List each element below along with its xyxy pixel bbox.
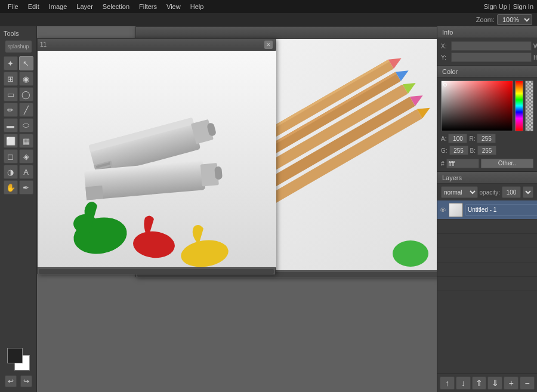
menu-right: Sign Up | Sign In — [484, 3, 533, 10]
ellipse-select-tool[interactable]: ◯ — [19, 87, 33, 101]
svg-point-18 — [393, 240, 428, 267]
layer-empty-2 — [437, 234, 537, 248]
tubes-scrollbar[interactable] — [38, 267, 275, 274]
tool-row-4: ✏ ╱ — [4, 103, 33, 117]
layer-name-input[interactable] — [465, 204, 537, 216]
eyedropper-tool[interactable]: ✒ — [19, 180, 33, 195]
color-other-button[interactable]: Other.. — [481, 159, 533, 168]
text-tool[interactable]: A — [19, 165, 33, 179]
menu-filters[interactable]: Filters — [135, 2, 161, 11]
rect-tool[interactable]: ▬ — [4, 118, 18, 132]
color-hex-input[interactable] — [446, 159, 479, 168]
select-tool[interactable]: ↖ — [19, 56, 33, 70]
tool-row-2: ⊞ ◉ — [4, 72, 33, 86]
swatch-pair — [7, 348, 30, 371]
menu-selection[interactable]: Selection — [98, 2, 134, 11]
zoom-label: Zoom: — [476, 16, 495, 23]
info-y-row: Y: — [441, 53, 532, 62]
layers-controls: normal multiply screen overlay opacity: … — [437, 184, 537, 200]
info-x-input[interactable] — [451, 41, 532, 51]
menu-layer[interactable]: Layer — [72, 2, 97, 11]
pencil-tool[interactable]: ✏ — [4, 103, 18, 117]
signup-link[interactable]: Sign Up | — [484, 3, 511, 10]
layer-visibility-icon[interactable]: 👁 — [440, 205, 446, 215]
eraser-tool[interactable]: ◻ — [4, 149, 18, 163]
doc-titlebar-pencils — [136, 27, 437, 39]
ellipse-tool[interactable]: ⬭ — [19, 118, 33, 132]
layer-add-button[interactable]: + — [504, 376, 519, 390]
crop-tool[interactable]: ⊞ — [4, 72, 18, 86]
color-g-input[interactable] — [449, 146, 468, 155]
menu-image[interactable]: Image — [45, 2, 72, 11]
fill-tool[interactable]: ⬜ — [4, 134, 18, 148]
color-gradient-box[interactable] — [441, 81, 513, 131]
hand-tool[interactable]: ✋ — [4, 180, 18, 195]
gradient-tool[interactable]: ▦ — [19, 134, 33, 148]
rect-select-tool[interactable]: ▭ — [4, 87, 18, 101]
tubes-scrollbar-track — [39, 269, 274, 274]
blur-tool[interactable]: ◈ — [19, 149, 33, 163]
layer-thumbnail — [449, 203, 463, 217]
opacity-select[interactable]: ▾ — [523, 186, 533, 198]
tubes-canvas[interactable] — [38, 51, 276, 267]
lasso-tool[interactable]: ◉ — [19, 72, 33, 86]
info-y-input[interactable] — [451, 53, 532, 62]
menu-view[interactable]: View — [162, 2, 185, 11]
menu-items: File Edit Image Layer Selection Filters … — [4, 2, 208, 11]
color-gradient-overlay — [442, 81, 513, 131]
color-alpha-strip[interactable] — [525, 81, 533, 131]
opacity-input[interactable] — [502, 186, 521, 198]
color-gradient-cursor — [443, 83, 447, 87]
tool-row-7: ◻ ◈ — [4, 149, 33, 163]
layer-empty-5 — [437, 277, 537, 291]
layers-panel: Layers normal multiply screen overlay op… — [437, 172, 537, 392]
svg-rect-30 — [85, 186, 103, 200]
color-section: Color A: R: G: — [437, 66, 537, 172]
layer-delete-button[interactable]: − — [520, 376, 535, 390]
layer-merge-down-button[interactable]: ⇓ — [487, 376, 502, 390]
layer-empty-4 — [437, 263, 537, 277]
layer-move-down-button[interactable]: ↓ — [456, 376, 471, 390]
zoombar: Zoom: 100% 50% 200% 75% — [0, 13, 537, 26]
undo-button[interactable]: ↩ — [5, 375, 17, 387]
tool-row-3: ▭ ◯ — [4, 87, 33, 101]
foreground-color-swatch[interactable] — [7, 348, 23, 363]
line-tool[interactable]: ╱ — [19, 103, 33, 117]
dodge-tool[interactable]: ◑ — [4, 165, 18, 179]
info-grid: X: W: Y: H: — [437, 38, 537, 65]
color-values-row: A: R: — [441, 134, 533, 143]
redo-button[interactable]: ↪ — [20, 375, 32, 387]
color-a-input[interactable] — [448, 134, 467, 143]
tools-panel: Tools splashup ✦ ↖ ⊞ ◉ ▭ ◯ ✏ ╱ ▬ ⬭ ⬜ ▦ ◻ — [0, 26, 37, 392]
blend-mode-select[interactable]: normal multiply screen overlay — [441, 186, 478, 198]
move-tool[interactable]: ✦ — [4, 56, 18, 70]
info-w-row: W: — [533, 41, 537, 51]
color-values-row2: G: B: — [441, 146, 533, 155]
main-area: Tools splashup ✦ ↖ ⊞ ◉ ▭ ◯ ✏ ╱ ▬ ⬭ ⬜ ▦ ◻ — [0, 26, 537, 392]
color-b-label: B: — [470, 147, 476, 154]
color-panel-header: Color — [437, 66, 537, 78]
doc-title-tubes: 11 — [40, 41, 47, 48]
layer-item[interactable]: 👁 ⚙ — [437, 200, 537, 220]
color-b-input[interactable] — [477, 146, 496, 155]
layer-move-up-button[interactable]: ↑ — [440, 376, 455, 390]
color-hue-strip[interactable] — [515, 81, 523, 131]
opacity-label: opacity: — [480, 189, 500, 196]
info-h-label: H: — [533, 54, 537, 61]
layer-list: 👁 ⚙ — [437, 200, 537, 374]
tool-row-6: ⬜ ▦ — [4, 134, 33, 148]
info-section: Info X: W: Y: H: — [437, 26, 537, 66]
menu-edit[interactable]: Edit — [24, 2, 44, 11]
layer-merge-up-button[interactable]: ⇑ — [472, 376, 487, 390]
menu-help[interactable]: Help — [186, 2, 208, 11]
canvas-area: 11 ✕ — [37, 26, 437, 392]
tool-row-5: ▬ ⬭ — [4, 118, 33, 132]
color-r-label: R: — [469, 135, 475, 142]
color-hex-row: # Other.. — [441, 159, 533, 168]
color-r-input[interactable] — [477, 134, 496, 143]
menu-file[interactable]: File — [4, 2, 23, 11]
zoom-select[interactable]: 100% 50% 200% 75% — [497, 14, 532, 25]
signin-link[interactable]: Sign In — [513, 3, 533, 10]
doc-close-tubes[interactable]: ✕ — [264, 41, 273, 49]
info-x-label: X: — [441, 43, 449, 50]
